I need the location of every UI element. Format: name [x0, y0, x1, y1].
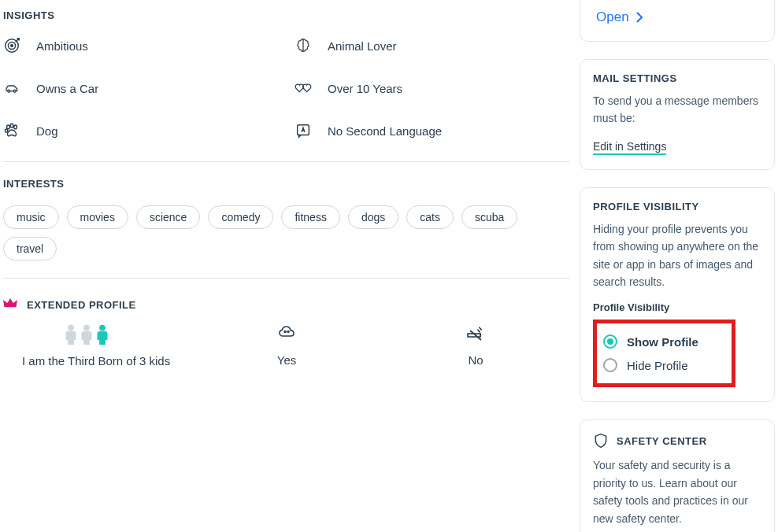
insights-title: INSIGHTS	[3, 9, 570, 21]
extended-profile-header: EXTENDED PROFILE	[3, 297, 570, 312]
mail-settings-body: To send you a message members must be:	[593, 92, 761, 127]
radio-hide-label: Hide Profile	[627, 359, 688, 372]
svg-point-3	[8, 90, 10, 92]
profile-visibility-sublabel: Profile Visibility	[593, 301, 761, 313]
insight-label: No Second Language	[328, 124, 442, 138]
crown-icon	[3, 297, 17, 312]
interest-pill[interactable]: science	[136, 205, 200, 229]
target-icon	[3, 37, 20, 54]
extended-q3-label: No	[468, 353, 483, 367]
interests-section: INTERESTS music movies science comedy fi…	[3, 178, 570, 260]
insight-label: Dog	[36, 124, 58, 138]
extended-profile-title: EXTENDED PROFILE	[27, 299, 136, 311]
no-smoking-icon	[466, 325, 485, 344]
radio-show-label: Show Profile	[627, 335, 698, 349]
radio-hide-profile[interactable]: Hide Profile	[602, 353, 700, 377]
main-content: INSIGHTS Ambitious Animal Lover Owns a C…	[0, 0, 573, 532]
svg-point-14	[287, 331, 289, 333]
extended-q2-label: Yes	[277, 353, 296, 367]
interest-pill[interactable]: fitness	[281, 205, 339, 229]
extended-q3: No	[381, 325, 570, 367]
safety-center-body: Your safety and security is a priority t…	[593, 456, 761, 527]
insight-no-second-language: No Second Language	[295, 122, 570, 139]
interests-title: INTERESTS	[3, 178, 570, 190]
hearts-icon	[295, 79, 312, 97]
insight-label: Animal Lover	[328, 39, 397, 53]
language-icon	[295, 122, 312, 139]
interest-pill[interactable]: scuba	[461, 205, 517, 229]
interest-pill[interactable]: comedy	[208, 205, 273, 229]
open-link[interactable]: Open	[596, 9, 643, 25]
insight-label: Ambitious	[36, 39, 88, 53]
interest-pill[interactable]: travel	[3, 237, 57, 260]
insight-owns-car: Owns a Car	[3, 79, 279, 97]
edit-in-settings-link[interactable]: Edit in Settings	[593, 140, 666, 155]
svg-point-6	[10, 124, 13, 127]
extended-birth-label: I am the Third Born of 3 kids	[22, 354, 170, 368]
open-link-label: Open	[596, 9, 629, 25]
insight-ambitious: Ambitious	[3, 37, 279, 54]
interest-pill[interactable]: movies	[67, 205, 128, 229]
radio-icon	[603, 334, 617, 349]
insights-grid: Ambitious Animal Lover Owns a Car Over 1…	[3, 37, 570, 139]
profile-visibility-title: PROFILE VISIBILITY	[593, 201, 761, 212]
radio-icon	[603, 358, 617, 372]
insight-over-10-years: Over 10 Years	[295, 79, 570, 97]
profile-visibility-card: PROFILE VISIBILITY Hiding your profile p…	[580, 187, 775, 403]
insight-animal-lover: Animal Lover	[295, 37, 570, 54]
svg-point-10	[68, 325, 74, 331]
sidebar: Open MAIL SETTINGS To send you a message…	[573, 0, 778, 532]
divider	[3, 278, 570, 279]
cloud-icon	[277, 325, 296, 344]
svg-point-12	[99, 325, 106, 331]
paw-icon	[3, 122, 20, 139]
extended-birth-order: I am the Third Born of 3 kids	[3, 324, 192, 368]
interest-pill[interactable]: music	[3, 205, 59, 229]
svg-point-2	[11, 45, 13, 47]
radio-show-profile[interactable]: Show Profile	[602, 330, 700, 353]
chevron-right-icon	[635, 12, 643, 23]
svg-point-8	[5, 129, 7, 132]
svg-point-7	[14, 125, 17, 129]
open-card: Open	[580, 0, 775, 42]
insight-dog: Dog	[3, 122, 279, 139]
interest-pill[interactable]: cats	[406, 205, 454, 229]
interest-pill[interactable]: dogs	[348, 205, 398, 229]
people-icon	[22, 324, 109, 345]
extended-q2: Yes	[192, 325, 381, 367]
extended-profile-row: I am the Third Born of 3 kids Yes No	[3, 324, 570, 368]
svg-point-4	[13, 90, 16, 92]
profile-visibility-body: Hiding your profile prevents you from sh…	[593, 220, 761, 291]
interests-pills: music movies science comedy fitness dogs…	[3, 205, 570, 260]
svg-point-11	[83, 325, 90, 331]
safety-center-card: SAFETY CENTER Your safety and security i…	[580, 419, 775, 532]
mail-settings-card: MAIL SETTINGS To send you a message memb…	[580, 59, 775, 170]
car-icon	[3, 79, 20, 97]
divider	[3, 161, 570, 162]
safety-center-title: SAFETY CENTER	[617, 435, 707, 447]
svg-point-5	[7, 125, 10, 129]
insight-label: Over 10 Years	[328, 82, 402, 95]
svg-point-13	[284, 331, 286, 333]
shield-icon	[593, 433, 609, 449]
profile-visibility-radio-highlight: Show Profile Hide Profile	[593, 320, 735, 387]
insight-label: Owns a Car	[36, 82, 98, 95]
brain-icon	[295, 37, 312, 54]
mail-settings-title: MAIL SETTINGS	[593, 72, 761, 84]
